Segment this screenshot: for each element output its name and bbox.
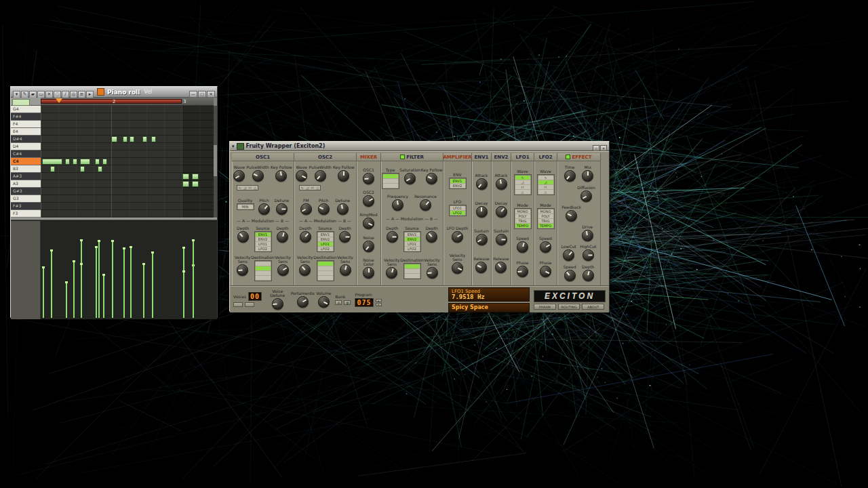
wave-selector[interactable]: ∿◿⊓△ [537,174,555,195]
feedback-knob[interactable] [566,210,577,222]
selector-option[interactable]: LFO2 [450,211,465,215]
wave-knob[interactable] [233,170,245,182]
program-up-button[interactable]: ▴ [376,299,382,302]
selector-option[interactable]: △ [515,190,530,194]
selector-option[interactable]: TEMPO [538,224,553,228]
selector-option[interactable]: ⊓ [538,185,553,189]
detune-knob[interactable] [276,203,288,215]
velocity-line[interactable] [123,248,125,318]
plugin-menu-icon[interactable]: ▾ [232,142,235,150]
depth-knob[interactable] [300,231,311,243]
selector-option[interactable]: ◿ [515,180,530,184]
velocity-sens-knob[interactable] [299,264,311,276]
midi-note[interactable] [130,136,134,142]
piano-key-f-3[interactable]: F#3 [11,203,41,210]
timeline[interactable]: 23 [41,98,214,106]
mix-knob[interactable] [582,170,593,182]
phase-knob[interactable] [540,266,551,277]
waveform-selector[interactable]: ∿ ◿ ⊓ △ [237,185,258,190]
selector-option[interactable]: MIN [238,205,253,209]
selector-option[interactable] [256,271,271,275]
key-follow-knob[interactable] [275,170,287,182]
velocity-line[interactable] [96,247,97,318]
target-control-label[interactable]: Vel [144,89,152,95]
param-button[interactable]: PARAM [534,304,556,310]
scrollbar-thumb[interactable] [214,145,217,176]
about-button[interactable]: ABOUT [582,304,604,310]
midi-note[interactable] [111,136,117,142]
selector-option[interactable]: ◿ [538,180,553,184]
velocity-sens-knob[interactable] [237,264,248,276]
midi-note[interactable] [182,181,189,187]
velocity-line[interactable] [66,282,67,318]
depth-knob[interactable] [426,231,437,243]
pulsewidth-knob[interactable] [315,170,326,182]
piano-key-e4[interactable]: E4 [11,128,41,136]
attack-knob[interactable] [476,178,488,190]
velocity-line[interactable] [130,247,132,318]
selector-option[interactable]: MONO [538,209,553,214]
velocity-line[interactable] [143,264,144,318]
destination-selector[interactable] [317,260,334,281]
selector-option[interactable]: LFO1 [318,242,333,246]
velocity-line[interactable] [112,241,113,318]
piano-key-g4[interactable]: G4 [11,106,41,113]
destination-selector[interactable] [254,260,272,281]
noise-knob[interactable] [363,241,374,252]
bank-a-button[interactable]: A [335,300,342,305]
maximize-button[interactable]: □ [198,91,206,98]
selector-option[interactable]: LFO1 [405,242,420,246]
midi-note[interactable] [142,136,147,142]
selector-option[interactable]: LFO1 [450,206,465,210]
channel-color-chip[interactable] [97,88,104,96]
velocity-line[interactable] [73,261,75,318]
on-led[interactable] [400,155,405,159]
midi-note[interactable] [123,136,127,142]
volume-knob[interactable] [318,296,330,308]
resonance-knob[interactable] [420,199,431,211]
selector-option[interactable]: LFO2 [318,247,333,251]
bank-b-button[interactable]: B [344,300,351,305]
playhead-marker[interactable] [56,98,62,103]
selector-option[interactable] [383,174,398,178]
selector-option[interactable]: TRIG [538,219,553,223]
key-follow-knob[interactable] [338,170,349,182]
osc2-knob[interactable] [363,195,374,207]
velocity-line[interactable] [51,250,52,318]
voices-display[interactable]: 00 [248,292,262,301]
time-knob[interactable] [564,170,576,182]
velocity-line[interactable] [183,271,184,318]
program-down-button[interactable]: ▾ [376,303,382,306]
depth-knob[interactable] [387,231,398,243]
preset-display[interactable]: Spicy Space [448,303,530,312]
pitch-knob[interactable] [318,203,330,215]
selector-option[interactable] [405,274,420,278]
piano-key-b3[interactable]: B3 [11,165,41,173]
close-button[interactable]: ✕ [600,145,607,151]
sustain-knob[interactable] [496,234,507,245]
source-selector[interactable]: ENV1ENV2LFO1LFO2 [403,231,421,252]
selector-option[interactable]: ENV1 [318,232,333,237]
speed-knob[interactable] [517,241,528,253]
velocity-line[interactable] [98,241,100,318]
selector-option[interactable]: ∿ [538,176,553,180]
waveform-selector[interactable]: ∿ ◿ ⊓ △ [299,185,321,190]
velocity-sens-knob[interactable] [340,264,351,276]
vertical-scrollbar[interactable] [214,106,217,218]
wave-knob[interactable] [296,170,307,182]
selector-option[interactable]: MONO [515,209,530,214]
close-button[interactable]: ✕ [207,91,215,98]
selector-option[interactable]: TEMPO [515,224,530,228]
mode-selector[interactable]: MONOPOLYTRIGTEMPO [514,208,532,229]
release-knob[interactable] [495,262,507,273]
selector-option[interactable]: ENV1 [450,179,465,183]
midi-note[interactable] [98,166,102,172]
source-selector[interactable]: ENV1ENV2LFO1LFO2 [317,231,334,252]
quality-selector[interactable]: MIN [237,203,254,210]
velocity-sens-knob[interactable] [386,267,397,279]
selector-option[interactable]: ENV2 [450,184,465,188]
source-selector[interactable]: ENV1ENV2LFO1LFO2 [254,231,272,252]
selector-option[interactable]: ∿ [515,176,530,180]
selector-option[interactable] [383,184,398,188]
selector-option[interactable] [405,269,420,273]
